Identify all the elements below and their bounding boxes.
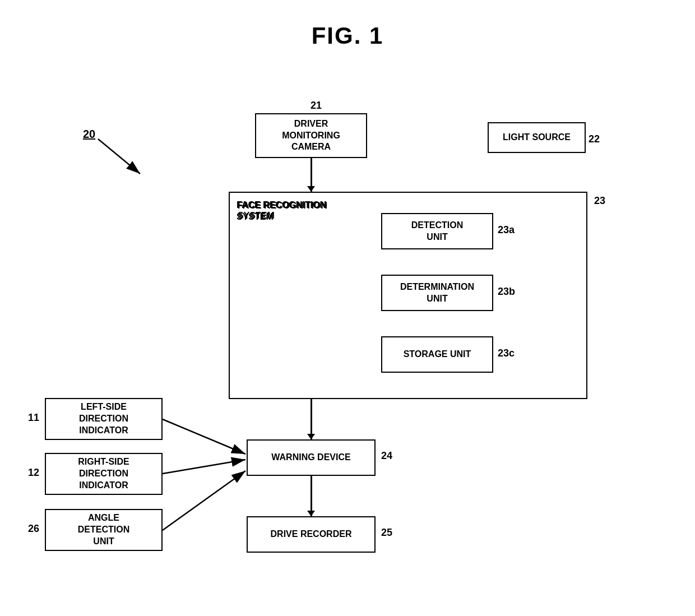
light-source-box: LIGHT SOURCE [488,122,586,153]
angle-detection-label: ANGLE DETECTION UNIT [78,512,129,547]
ref-25: 25 [381,527,392,539]
detection-unit-label: DETECTION UNIT [411,220,463,243]
ref-23a: 23a [498,224,515,236]
light-source-label: LIGHT SOURCE [503,132,571,143]
svg-line-1 [98,139,140,174]
page-title: FIG. 1 [0,0,695,49]
ref-24: 24 [381,450,392,462]
ref-11: 11 [28,412,39,424]
drive-recorder-label: DRIVE RECORDER [271,529,352,540]
detection-unit-box: DETECTION UNIT [381,213,493,249]
ref-12: 12 [28,467,39,479]
face-rec-text: FACE RECOGNITIONSYSTEM [237,200,326,223]
warning-device-label: WARNING DEVICE [271,452,350,464]
ref-23: 23 [594,195,605,207]
ref-26: 26 [28,523,39,535]
ref-23c: 23c [498,348,515,359]
ref-20: 20 [83,128,95,141]
right-direction-box: RIGHT-SIDE DIRECTION INDICATOR [45,453,163,495]
angle-detection-box: ANGLE DETECTION UNIT [45,509,163,551]
arrow-camera-to-face [311,158,312,192]
storage-unit-label: STORAGE UNIT [404,349,471,360]
svg-line-2 [163,419,245,454]
drive-recorder-box: DRIVE RECORDER [247,516,376,553]
arrow-face-to-warning [311,399,312,439]
driver-camera-label: DRIVER MONITORING CAMERA [282,118,340,153]
warning-device-box: WARNING DEVICE [247,439,376,476]
arrow-warning-to-drive [311,476,312,516]
determination-unit-box: DETERMINATION UNIT [381,275,493,311]
ref-21: 21 [311,100,322,112]
storage-unit-box: STORAGE UNIT [381,336,493,373]
ref-23b: 23b [498,286,515,298]
right-direction-label: RIGHT-SIDE DIRECTION INDICATOR [78,456,129,491]
left-direction-label: LEFT-SIDE DIRECTION INDICATOR [79,401,128,436]
svg-line-3 [163,460,245,474]
determination-unit-label: DETERMINATION UNIT [400,281,474,305]
left-direction-box: LEFT-SIDE DIRECTION INDICATOR [45,398,163,440]
ref-22: 22 [589,133,600,145]
driver-monitoring-camera-box: DRIVER MONITORING CAMERA [255,113,367,158]
svg-line-4 [163,471,245,530]
